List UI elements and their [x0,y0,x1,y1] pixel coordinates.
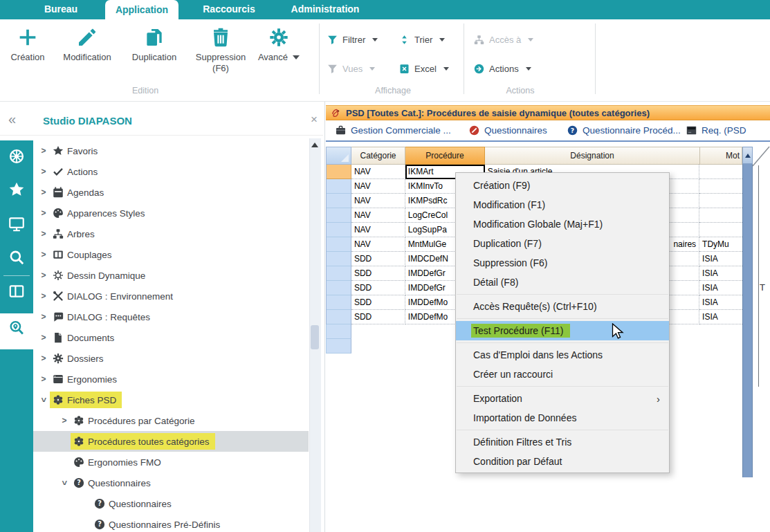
context-menu-item[interactable] [456,316,669,321]
tree-item[interactable]: Dessin Dynamique [33,265,309,286]
ribbon-tab[interactable]: Bureau [19,0,102,17]
rail-tool-button[interactable] [0,214,33,235]
cell-mot[interactable] [699,194,742,208]
context-menu-item[interactable]: Définition Filtres et Tris [456,432,669,452]
cell-categorie[interactable]: NAV [351,194,405,208]
rail-tool-button[interactable] [0,318,33,338]
context-menu-item[interactable]: Détail (F8) [456,273,669,292]
sidebar-scrollbar-up-button[interactable] [309,138,320,151]
context-menu-item[interactable]: Modification (F1) [456,195,669,214]
tree-item[interactable]: Questionnaires [33,493,309,514]
cell-categorie[interactable]: SDD [351,281,405,295]
cell-mot[interactable] [699,208,742,223]
cell-mot[interactable] [699,179,742,194]
cell-mot[interactable]: ISIA [699,310,742,324]
tree-expander-icon[interactable] [38,187,49,197]
ribbon-tab[interactable]: Application [105,0,178,19]
context-menu-item[interactable]: Création (F9) [456,176,669,195]
tree-item[interactable]: Agendas [33,182,309,203]
tree-expander-icon[interactable] [38,250,49,259]
cell-categorie[interactable]: NAV [351,208,405,223]
tree-expander-icon[interactable] [59,477,69,488]
tree-item[interactable]: Procédures par Catégorie [33,410,309,431]
cell-categorie[interactable]: SDD [351,266,405,281]
row-selector-cell[interactable] [327,223,351,237]
tree-expander-icon[interactable] [38,312,49,322]
panel-tab[interactable]: Req. (PSD [686,120,746,140]
dropdown-caret-icon[interactable] [439,38,445,42]
context-menu-item[interactable] [456,292,669,297]
ribbon-big-button[interactable]: Suppression (F6) [188,25,253,73]
panel-tab[interactable]: Questionnaire Procéd... [567,120,681,140]
ribbon-big-button[interactable]: Duplication [125,25,184,63]
tree-item[interactable]: DIALOG : Environnement [33,286,309,306]
sidebar-collapse-icon[interactable]: « [8,112,16,126]
row-selector-cell[interactable] [327,165,351,179]
tree-expander-icon[interactable] [38,229,49,239]
cell-mot[interactable] [699,223,742,237]
tree-expander-icon[interactable] [38,333,49,342]
ribbon-big-button[interactable]: Modification [53,25,122,63]
cell-categorie[interactable]: NAV [351,179,405,194]
tree-item[interactable]: Arbres [33,223,309,244]
select-all-header-cell[interactable] [326,147,351,165]
tree-expander-icon[interactable] [38,374,49,384]
cell-mot[interactable] [699,165,742,179]
rail-tool-button[interactable] [0,146,33,167]
cell-categorie[interactable]: SDD [351,310,405,324]
dropdown-caret-icon[interactable] [526,67,531,71]
sidebar-scrollbar-thumb[interactable] [311,325,319,349]
side-tab-label[interactable]: T [760,282,765,293]
dropdown-caret-icon[interactable] [369,67,375,71]
cell-categorie[interactable]: NAV [351,165,405,179]
column-header-categorie[interactable]: Catégorie [351,147,405,165]
tree-item[interactable]: Documents [33,327,309,348]
cell-mot[interactable]: TDyMu [699,237,742,252]
tree-item[interactable]: Favoris [33,140,309,161]
tree-expander-icon[interactable] [38,146,49,156]
tree-expander-icon[interactable] [38,270,49,280]
tree-item[interactable]: Procédures toutes catégories [33,431,309,452]
tree-item[interactable]: Ergonomies [33,369,309,389]
ribbon-mini-button[interactable]: Actions [473,59,556,77]
dropdown-caret-icon[interactable] [443,67,449,71]
column-header-procedure[interactable]: Procédure [405,147,485,165]
tree-item[interactable]: Couplages [33,244,309,265]
cell-mot[interactable]: ISIA [699,266,742,281]
tree-item[interactable]: Fiches PSD [33,389,309,410]
row-selector-cell[interactable] [327,295,351,310]
context-menu-item[interactable]: Exportation › [456,389,669,408]
dropdown-caret-icon[interactable] [528,38,533,42]
cell-mot[interactable]: ISIA [699,295,742,310]
dropdown-caret-icon[interactable] [293,55,300,59]
column-header-designation[interactable]: Désignation [485,147,700,165]
cell-categorie[interactable]: SDD [351,295,405,310]
row-selector-cell[interactable] [327,208,351,223]
context-menu-item[interactable] [456,428,669,432]
tree-item[interactable]: Questionnaires [33,473,309,493]
tree-item[interactable]: Ergonomies FMO [33,452,309,473]
table-scrollbar-up-button[interactable] [742,147,753,164]
tree-expander-icon[interactable] [59,416,70,425]
panel-tab[interactable]: Gestion Commerciale ... [335,120,451,140]
ribbon-mini-button[interactable]: Filtrer [327,30,398,48]
context-menu-item[interactable]: Créer un raccourci [456,365,669,384]
sidebar-close-icon[interactable]: × [311,113,318,127]
context-menu-item[interactable] [456,340,669,345]
ribbon-big-button[interactable]: Création [3,25,52,63]
tree-expander-icon[interactable] [38,291,49,301]
context-menu-item[interactable] [456,384,669,389]
rail-tool-button[interactable] [0,281,33,302]
ribbon-mini-button[interactable]: Accès à [473,30,556,48]
context-menu-item[interactable]: Cas d'Emploi dans les Actions [456,345,669,365]
cell-categorie[interactable]: NAV [351,223,405,237]
dropdown-caret-icon[interactable] [372,38,378,42]
tree-expander-icon[interactable] [38,354,49,363]
ribbon-big-button[interactable]: Avancé [256,25,302,63]
row-selector-cell[interactable] [327,266,351,281]
ribbon-mini-button[interactable]: Excel [398,59,465,77]
tree-expander-icon[interactable] [38,208,49,218]
tree-expander-icon[interactable] [38,167,49,176]
tree-item[interactable]: Questionnaires Pré-Définis [33,514,309,532]
row-selector-cell[interactable] [327,281,351,295]
